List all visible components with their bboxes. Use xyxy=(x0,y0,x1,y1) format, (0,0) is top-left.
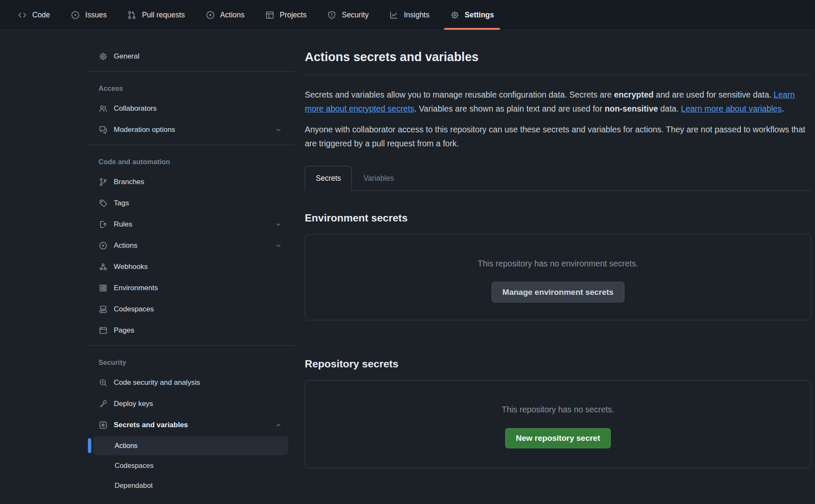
tab-label: Variables xyxy=(363,174,394,183)
sidebar-item-label: Environments xyxy=(114,284,158,292)
intro-paragraph: Secrets and variables allow you to manag… xyxy=(305,88,811,115)
sidebar-section-security: Security xyxy=(88,356,294,369)
settings-sidebar: General Access Collaborators Moderation … xyxy=(88,31,294,496)
sidebar-subitem-label: Dependabot xyxy=(115,482,153,490)
sidebar-section-access: Access xyxy=(88,82,294,95)
environment-secrets-box: This repository has no environment secre… xyxy=(305,234,811,320)
nav-tab-label: Insights xyxy=(404,11,429,20)
nav-tab-label: Pull requests xyxy=(142,11,185,20)
chevron-down-icon xyxy=(275,242,282,249)
code-icon xyxy=(17,10,27,20)
sidebar-item-rules[interactable]: Rules xyxy=(88,214,294,235)
nav-tab-settings[interactable]: Settings xyxy=(448,0,496,30)
intro-text: . Variables are shown as plain text and … xyxy=(414,104,604,113)
nav-tab-label: Actions xyxy=(220,11,244,20)
graph-icon xyxy=(389,10,399,20)
sidebar-divider xyxy=(88,145,294,145)
collaborator-access-paragraph: Anyone with collaborator access to this … xyxy=(305,123,811,150)
environment-empty-message: This repository has no environment secre… xyxy=(478,258,638,269)
browser-icon xyxy=(98,326,108,335)
codespaces-icon xyxy=(98,305,108,314)
server-icon xyxy=(98,283,108,293)
link-variables[interactable]: Learn more about variables xyxy=(681,104,781,113)
manage-environment-secrets-button[interactable]: Manage environment secrets xyxy=(492,282,625,302)
nav-tab-label: Projects xyxy=(280,11,306,20)
sidebar-item-label: Actions xyxy=(114,241,138,250)
sidebar-section-code-automation: Code and automation xyxy=(88,155,294,168)
sidebar-subitem-label: Actions xyxy=(115,442,138,450)
sidebar-subitem-codespaces[interactable]: Codespaces xyxy=(88,456,294,476)
play-circle-icon xyxy=(98,241,108,250)
page-title: Actions secrets and variables xyxy=(305,49,811,75)
sidebar-item-deploy-keys[interactable]: Deploy keys xyxy=(88,393,294,414)
tab-label: Secrets xyxy=(316,174,341,183)
nav-tab-label: Settings xyxy=(465,11,494,20)
pull-request-icon xyxy=(127,10,137,20)
sidebar-item-label: Webhooks xyxy=(114,263,148,271)
tab-secrets[interactable]: Secrets xyxy=(305,166,352,191)
nav-tab-label: Code xyxy=(32,11,50,20)
nav-tab-issues[interactable]: Issues xyxy=(69,0,109,30)
sidebar-item-label: Branches xyxy=(114,178,144,186)
key-icon xyxy=(98,399,108,409)
nav-tab-security[interactable]: Security xyxy=(325,0,370,30)
intro-text: Secrets and variables allow you to manag… xyxy=(305,90,614,99)
sidebar-subitem-actions[interactable]: Actions xyxy=(88,436,294,456)
comment-discussion-icon xyxy=(98,125,108,134)
sidebar-item-tags[interactable]: Tags xyxy=(88,193,294,214)
repository-secrets-box: This repository has no secrets. New repo… xyxy=(305,380,811,468)
sidebar-item-moderation-options[interactable]: Moderation options xyxy=(88,119,294,140)
sidebar-item-environments[interactable]: Environments xyxy=(88,277,294,299)
webhook-icon xyxy=(98,262,108,272)
codescan-icon xyxy=(98,378,108,387)
nav-tab-insights[interactable]: Insights xyxy=(387,0,431,30)
intro-text: and are used for sensitive data. xyxy=(654,90,774,99)
sidebar-item-label: Moderation options xyxy=(114,126,175,134)
sidebar-item-label: Rules xyxy=(114,220,132,229)
sidebar-item-label: Code security and analysis xyxy=(114,378,200,387)
secrets-variables-tabnav: Secrets Variables xyxy=(305,166,811,191)
table-icon xyxy=(265,10,275,20)
sidebar-subitem-dependabot[interactable]: Dependabot xyxy=(88,476,294,496)
nav-tab-label: Issues xyxy=(85,11,107,20)
nav-tab-label: Security xyxy=(342,11,368,20)
sidebar-subitem-label: Codespaces xyxy=(115,462,154,470)
repository-secrets-heading: Repository secrets xyxy=(305,357,811,370)
sidebar-item-collaborators[interactable]: Collaborators xyxy=(88,98,294,119)
sidebar-item-pages[interactable]: Pages xyxy=(88,320,294,341)
chevron-down-icon xyxy=(275,221,282,228)
sidebar-item-branches[interactable]: Branches xyxy=(88,171,294,193)
nav-tab-actions[interactable]: Actions xyxy=(204,0,246,30)
sidebar-item-general[interactable]: General xyxy=(88,46,294,67)
chevron-down-icon xyxy=(275,126,282,134)
intro-bold-non-sensitive: non-sensitive xyxy=(604,104,658,113)
gear-icon xyxy=(450,10,460,20)
shield-icon xyxy=(327,10,337,20)
sidebar-item-webhooks[interactable]: Webhooks xyxy=(88,256,294,277)
sidebar-item-codespaces[interactable]: Codespaces xyxy=(88,299,294,320)
repo-nav: Code Issues Pull requests Actions Projec… xyxy=(0,0,815,30)
intro-text: . xyxy=(782,104,784,113)
sidebar-item-label: Pages xyxy=(114,326,134,335)
sidebar-item-code-security[interactable]: Code security and analysis xyxy=(88,372,294,393)
asterisk-box-icon xyxy=(98,420,108,430)
sidebar-item-actions[interactable]: Actions xyxy=(88,235,294,256)
sidebar-item-label: Secrets and variables xyxy=(114,421,188,429)
main-content: Actions secrets and variables Secrets an… xyxy=(305,31,811,468)
nav-tab-pull-requests[interactable]: Pull requests xyxy=(125,0,186,30)
nav-tab-code[interactable]: Code xyxy=(16,0,52,30)
sidebar-item-label: Deploy keys xyxy=(114,400,153,408)
intro-text: data. xyxy=(658,104,681,113)
tab-variables[interactable]: Variables xyxy=(352,166,405,191)
new-repository-secret-button[interactable]: New repository secret xyxy=(505,428,611,448)
environment-secrets-heading: Environment secrets xyxy=(305,211,811,224)
tag-icon xyxy=(98,199,108,208)
sidebar-item-secrets-and-variables[interactable]: Secrets and variables xyxy=(88,414,294,436)
people-icon xyxy=(98,104,108,113)
git-branch-icon xyxy=(98,177,108,187)
sidebar-divider xyxy=(88,345,294,346)
intro-bold-encrypted: encrypted xyxy=(614,90,653,99)
sidebar-divider xyxy=(88,71,294,72)
nav-tab-projects[interactable]: Projects xyxy=(263,0,308,30)
repository-empty-message: This repository has no secrets. xyxy=(502,404,615,414)
